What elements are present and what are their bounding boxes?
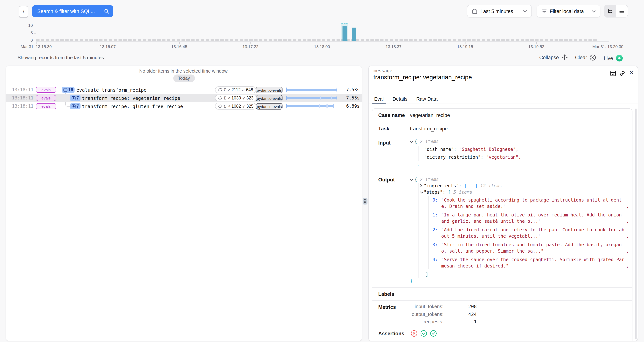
span-count-badge[interactable]: 7 [70, 103, 80, 109]
trace-row-selected[interactable]: 13:18:11 evals 7 transform_recipe: veget… [6, 94, 362, 102]
output-row: Output { 2 items "ingredients": [...] 12… [372, 173, 632, 288]
metric-name: input_tokens: [399, 304, 444, 309]
service-tag[interactable]: pydantic-evals [256, 103, 282, 110]
step-string: "Cook the spaghetti according to package… [441, 197, 626, 210]
assertions-row: Assertions [372, 327, 632, 341]
brace-open: { [414, 177, 417, 182]
trace-row[interactable]: 13:18:11 evals 7 transform_recipe: glute… [6, 102, 362, 110]
showing-records-text: Showing records from the last 5 minutes [18, 55, 104, 60]
ingredients-collapsed-line[interactable]: "ingredients": [...] 12 items [418, 183, 627, 189]
comma: , [626, 242, 629, 254]
tabs-bottom-border [368, 104, 638, 104]
items-count-note: 2 items [420, 139, 439, 144]
x-tickmark [179, 42, 180, 44]
pin-to-bottom-panel-button[interactable] [610, 70, 616, 78]
record-kind-label: message [374, 68, 392, 74]
json-entry: "dish_name": "Spaghetti Bolognese", [418, 146, 627, 154]
span-count-badge[interactable]: 16 [62, 87, 75, 93]
json-key: "ingredients" [424, 183, 459, 188]
comma: , [516, 147, 518, 152]
items-count-note: 12 items [480, 183, 502, 188]
x-tick-label: 13:16:45 [171, 44, 187, 49]
metric-value: 208 [454, 304, 477, 309]
x-tickmark [108, 42, 108, 44]
close-icon: × [630, 69, 633, 76]
eval-detail-table: Case name vegetarian_recipe Task transfo… [372, 108, 632, 341]
detail-scrollbar[interactable] [636, 108, 636, 340]
step-string: "Stir in the diced tomatoes and tomato p… [441, 242, 626, 254]
trace-name: transform_recipe: gluten_free_recipe [82, 104, 183, 109]
drag-dots-icon [363, 199, 367, 204]
x-tick-label: 13:18:37 [386, 44, 402, 49]
chevron-down-icon [410, 179, 413, 181]
comma: , [626, 197, 629, 210]
json-block: "dish_name": "Spaghetti Bolognese", "die… [418, 146, 627, 161]
link-icon [620, 70, 625, 76]
trace-time: 13:18:11 [12, 104, 34, 109]
x-tickmark [608, 42, 608, 44]
clear-button[interactable]: Clear [575, 54, 596, 61]
x-tickmark [394, 42, 394, 44]
close-panel-button[interactable]: × [630, 69, 633, 76]
trace-tag-evals[interactable]: evals [36, 95, 56, 101]
day-chip[interactable]: Today [173, 74, 195, 82]
case-name-row: Case name vegetarian_recipe [372, 109, 632, 122]
x-tick-label: 13:19:15 [457, 44, 473, 49]
comma: , [626, 257, 629, 269]
x-tickmark [36, 42, 36, 44]
live-indicator-icon [616, 54, 623, 62]
histogram-bar[interactable] [342, 26, 346, 41]
labels-label: Labels [378, 291, 394, 297]
step-string: "Serve the sauce over the cooked spaghet… [441, 257, 626, 269]
sigma-icon: Σ [224, 104, 226, 108]
collapse-button[interactable]: Collapse [539, 54, 568, 60]
output-tokens-count: 648 [246, 88, 253, 92]
token-usage-pill: Σ ↗ 1030 ↙ 323 [215, 95, 256, 101]
x-tick-label: 13:16:07 [100, 44, 116, 49]
x-tickmark [465, 42, 466, 44]
x-tick-label: Mar 31. 13:15:30 [21, 44, 52, 49]
json-key: "dish_name" [424, 147, 454, 152]
duration-text: 7.53s [337, 87, 360, 92]
histogram-bar[interactable] [352, 28, 356, 41]
trace-time: 13:18:11 [12, 95, 34, 100]
trace-name: transform_recipe: vegetarian_recipe [82, 95, 180, 101]
input-tokens-count: 1082 [232, 104, 241, 108]
assertion-pass-icon[interactable] [430, 330, 437, 337]
brace-close: } [410, 278, 412, 284]
step-item: 0: "Cook the spaghetti according to pack… [428, 197, 627, 210]
input-label: Input [378, 140, 390, 146]
assertion-fail-icon[interactable] [411, 330, 418, 337]
trace-time: 13:18:11 [12, 87, 34, 92]
panel-check-icon [610, 70, 616, 76]
live-toggle[interactable]: Live [604, 54, 623, 62]
records-timeline-chart[interactable]: 10 5 0 Mar 31. 13:15:30 13:16:07 13:16:4… [0, 0, 644, 54]
service-tag[interactable]: pydantic-evals [256, 95, 282, 101]
json-root-line[interactable]: { 2 items [410, 138, 627, 146]
detail-title: transform_recipe: vegetarian_recipe [374, 74, 472, 81]
assertion-pass-icon[interactable] [420, 330, 427, 337]
tag-label: evals [41, 104, 50, 108]
trace-tag-evals[interactable]: evals [36, 103, 56, 109]
json-string-value: "Spaghetti Bolognese" [459, 147, 516, 152]
detail-panel: message transform_recipe: vegetarian_rec… [368, 66, 638, 341]
json-root-line[interactable]: { 2 items [410, 176, 627, 183]
service-tag[interactable]: pydantic-evals [256, 87, 282, 93]
metric-name: output_tokens: [399, 312, 444, 317]
brace-close: } [417, 162, 419, 168]
duration-bar [286, 104, 337, 108]
steps-expanded-line[interactable]: "steps": [ 5 items [418, 189, 627, 196]
copy-link-button[interactable] [620, 70, 625, 78]
metric-name: requests: [399, 319, 444, 324]
span-count-badge[interactable]: 7 [70, 95, 80, 101]
json-entry: "dietary_restriction": "vegetarian", [418, 154, 627, 161]
array-index: 4: [428, 257, 438, 269]
metric-value: 1 [454, 319, 477, 324]
clear-circle-x-icon [590, 54, 596, 61]
input-tokens-arrow-icon: ↗ [227, 96, 230, 100]
trace-tag-evals[interactable]: evals [36, 87, 56, 93]
panel-resize-handle[interactable] [362, 198, 368, 204]
x-tick-label: 13:18:00 [314, 44, 330, 49]
trace-row[interactable]: 13:18:11 evals 16 evaluate transform_rec… [6, 86, 362, 94]
input-row: Input { 2 items "dish_name": "Spaghetti … [372, 136, 632, 173]
